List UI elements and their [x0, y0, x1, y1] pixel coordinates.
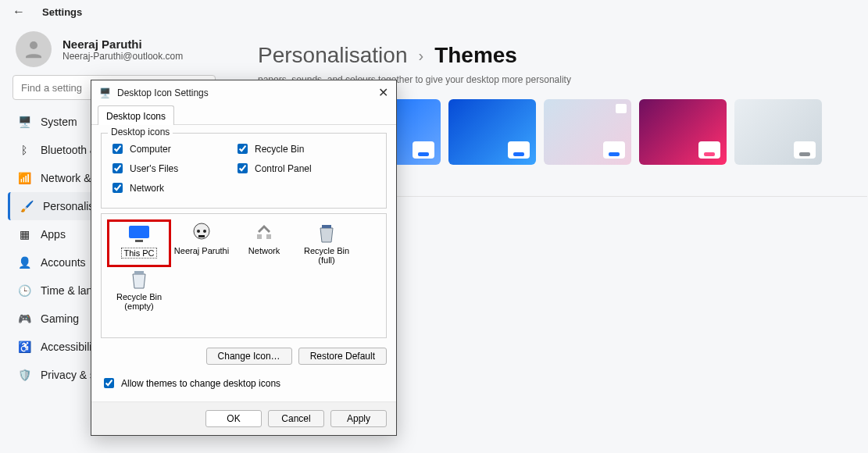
icon-label: Recycle Bin (full)	[297, 246, 356, 265]
breadcrumb-parent[interactable]: Personalisation	[258, 43, 407, 68]
cancel-button[interactable]: Cancel	[268, 410, 324, 427]
user-name: Neeraj Paruthi	[63, 37, 183, 51]
desktop-icon-recycle-bin-empty-[interactable]: Recycle Bin (empty)	[109, 268, 169, 311]
svg-rect-2	[135, 240, 143, 242]
bin-empty-icon	[127, 268, 152, 290]
sidebar-icon: 🕒	[17, 284, 31, 298]
icon-label: Recycle Bin (empty)	[109, 292, 169, 311]
user-email: Neeraj-Paruthi@outlook.com	[63, 51, 183, 62]
close-icon[interactable]: ✕	[378, 85, 388, 100]
allow-themes-checkbox[interactable]: Allow themes to change desktop icons	[101, 376, 387, 391]
icon-label: Network	[248, 246, 280, 255]
sidebar-item-label: System	[41, 116, 77, 128]
chevron-right-icon: ›	[418, 47, 423, 65]
desktop-icon-neeraj-paruthi[interactable]: Neeraj Paruthi	[172, 222, 231, 265]
restore-default-button[interactable]: Restore Default	[298, 348, 387, 365]
checkbox-control-panel[interactable]: Control Panel	[234, 161, 359, 176]
checkbox-user-s-files[interactable]: User's Files	[109, 161, 234, 176]
back-icon[interactable]: ←	[13, 5, 25, 19]
camera-icon	[616, 104, 627, 113]
monitor-icon: 🖥️	[99, 87, 111, 98]
svg-rect-6	[198, 235, 205, 237]
sidebar-icon: ᛒ	[17, 143, 31, 157]
sidebar-icon: 👤	[17, 255, 31, 269]
theme-thumbnail[interactable]	[734, 99, 822, 165]
avatar	[16, 31, 52, 67]
desktop-icon-this-pc[interactable]: This PC	[109, 222, 169, 265]
network-icon	[252, 222, 277, 244]
icon-label: Neeraj Paruthi	[174, 246, 229, 255]
sidebar-icon: 🖌️	[20, 199, 34, 213]
theme-thumbnail[interactable]	[544, 99, 631, 165]
svg-point-4	[197, 230, 200, 233]
trooper-icon	[189, 222, 214, 244]
breadcrumb-current: Themes	[434, 43, 517, 68]
checkbox-network[interactable]: Network	[109, 180, 234, 195]
desktop-icon-recycle-bin-full-[interactable]: Recycle Bin (full)	[297, 222, 356, 265]
dialog-title: Desktop Icon Settings	[117, 87, 209, 98]
sidebar-icon: ♿	[17, 340, 31, 354]
svg-rect-7	[257, 234, 262, 239]
tab-desktop-icons[interactable]: Desktop Icons	[98, 105, 174, 125]
sidebar-item-label: Gaming	[41, 312, 79, 325]
bin-full-icon	[314, 222, 339, 244]
sidebar-item-label: Apps	[41, 228, 66, 241]
sidebar-item-label: Accounts	[41, 256, 86, 269]
sidebar-icon: 📶	[17, 171, 31, 185]
sidebar-icon: 🖥️	[17, 115, 31, 129]
theme-thumbnail[interactable]	[448, 99, 536, 165]
ok-button[interactable]: OK	[205, 410, 262, 427]
sidebar-icon: ▦	[17, 227, 31, 241]
svg-point-0	[30, 41, 38, 49]
page-title: Settings	[42, 6, 82, 18]
svg-rect-8	[266, 234, 271, 239]
sidebar-icon: 🎮	[17, 312, 31, 326]
svg-rect-1	[129, 226, 149, 238]
desktop-icon-settings-dialog: 🖥️ Desktop Icon Settings ✕ Desktop Icons…	[91, 80, 397, 436]
apply-button[interactable]: Apply	[330, 410, 387, 427]
checkbox-recycle-bin[interactable]: Recycle Bin	[234, 141, 359, 156]
monitor-icon	[127, 223, 152, 245]
group-title: Desktop icons	[108, 127, 173, 137]
breadcrumb: Personalisation › Themes	[258, 43, 867, 68]
sidebar-icon: 🛡️	[17, 368, 31, 382]
desktop-icon-network[interactable]: Network	[234, 222, 294, 265]
theme-thumbnail[interactable]	[639, 99, 727, 165]
checkbox-computer[interactable]: Computer	[109, 141, 234, 156]
icon-label: This PC	[121, 248, 156, 259]
svg-point-5	[203, 230, 206, 233]
change-icon-button[interactable]: Change Icon…	[206, 348, 292, 365]
